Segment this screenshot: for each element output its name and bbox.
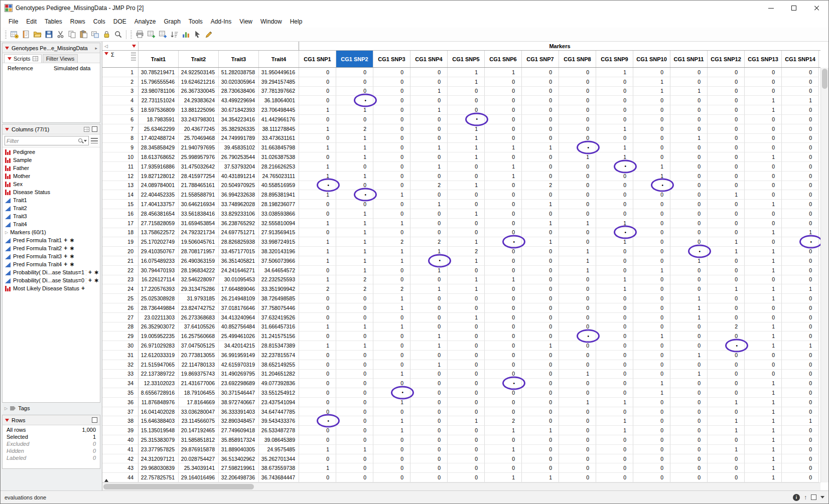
- snp-cell[interactable]: 1: [745, 407, 782, 417]
- trait-cell[interactable]: 35.262701344: [259, 454, 299, 464]
- trait-cell[interactable]: 39.294157485: [259, 77, 299, 87]
- snp-cell[interactable]: 0: [782, 445, 819, 454]
- snp-cell[interactable]: 0: [448, 463, 485, 473]
- trait-cell[interactable]: 37.53793204: [219, 162, 259, 172]
- tags-section[interactable]: ▷ Tags: [1, 403, 102, 414]
- snp-cell[interactable]: 0: [410, 134, 448, 143]
- snp-cell[interactable]: 0: [336, 370, 373, 379]
- trait-cell[interactable]: 39.08645389: [259, 435, 299, 445]
- snp-cell[interactable]: 0: [299, 303, 336, 313]
- snp-cell[interactable]: 0: [410, 275, 448, 285]
- collapse-left-icon[interactable]: ◁: [104, 44, 108, 49]
- snp-cell[interactable]: 0: [670, 181, 708, 191]
- trait-cell[interactable]: 31.241575156: [259, 331, 299, 341]
- snp-cell[interactable]: 0: [708, 124, 745, 134]
- snp-cell[interactable]: 0: [633, 124, 670, 134]
- snp-cell[interactable]: 1: [410, 360, 448, 370]
- snp-cell[interactable]: 0: [633, 143, 670, 152]
- snp-cell[interactable]: 1: [708, 416, 745, 426]
- snp-cell[interactable]: 0: [336, 313, 373, 322]
- column-item-pred-formula-trait3[interactable]: Pred Formula Trait3+∗: [3, 252, 100, 260]
- snp-cell[interactable]: 0: [299, 407, 336, 417]
- trait-cell[interactable]: 30.371546447: [219, 388, 259, 398]
- column-item-sample[interactable]: Sample: [3, 156, 100, 164]
- select-arrow-icon[interactable]: [192, 29, 203, 40]
- trait-cell[interactable]: 33.036280047: [179, 407, 219, 417]
- horizontal-scroll-thumb[interactable]: [103, 484, 254, 489]
- snp-cell[interactable]: 1: [522, 341, 559, 351]
- snp-cell[interactable]: 0: [336, 473, 373, 482]
- snp-cell[interactable]: 0: [559, 77, 596, 87]
- snp-cell[interactable]: 0: [670, 454, 708, 464]
- snp-cell[interactable]: 0: [373, 115, 410, 124]
- snp-cell[interactable]: 1: [373, 426, 410, 435]
- snp-cell[interactable]: 0: [410, 463, 448, 473]
- snp-cell[interactable]: 0: [745, 77, 782, 87]
- snp-cell[interactable]: 0: [485, 331, 522, 341]
- snp-cell[interactable]: 1: [373, 294, 410, 303]
- snp-cell[interactable]: 0: [336, 426, 373, 435]
- formula-pencil-icon[interactable]: [203, 29, 215, 40]
- trait-cell[interactable]: 26.971029283: [139, 341, 179, 351]
- snp-cell[interactable]: 0: [559, 200, 596, 209]
- snp-cell[interactable]: 0: [522, 360, 559, 370]
- sort-icon[interactable]: [169, 29, 180, 40]
- snp-cell[interactable]: 0: [373, 228, 410, 238]
- snp-cell[interactable]: 0: [299, 313, 336, 322]
- snp-cell[interactable]: 0: [485, 209, 522, 219]
- snp-cell[interactable]: 0: [782, 426, 819, 435]
- trait-cell[interactable]: 28.826825938: [219, 237, 259, 247]
- trait-cell[interactable]: 40.431891214: [219, 172, 259, 181]
- snp-cell[interactable]: 0: [708, 407, 745, 417]
- snp-cell[interactable]: 0: [448, 96, 485, 105]
- red-triangle-icon[interactable]: [5, 47, 9, 50]
- trait-cell[interactable]: 18.597536809: [139, 105, 179, 115]
- row-number[interactable]: 39: [102, 426, 139, 435]
- snp-cell[interactable]: •: [596, 162, 633, 172]
- snp-cell[interactable]: 0: [633, 200, 670, 209]
- snp-cell[interactable]: 1: [299, 105, 336, 115]
- snp-cell[interactable]: 0: [596, 435, 633, 445]
- row-number[interactable]: 2: [102, 77, 139, 87]
- snp-cell[interactable]: 0: [485, 398, 522, 407]
- snp-cell[interactable]: 1: [559, 247, 596, 256]
- vertical-scrollbar[interactable]: [820, 68, 828, 482]
- trait-cell[interactable]: 17.8164669: [179, 398, 219, 407]
- trait-cell[interactable]: 32.890348457: [219, 416, 259, 426]
- snp-cell[interactable]: 0: [782, 77, 819, 87]
- snp-cell[interactable]: 0: [745, 313, 782, 322]
- snp-cell[interactable]: 0: [782, 143, 819, 152]
- snp-cell[interactable]: 0: [522, 331, 559, 341]
- snp-cell[interactable]: •: [485, 379, 522, 388]
- snp-cell[interactable]: 0: [670, 445, 708, 454]
- snp-cell[interactable]: 0: [782, 68, 819, 77]
- trait-cell[interactable]: 28.198236077: [259, 200, 299, 209]
- trait-cell[interactable]: 32.206498736: [219, 473, 259, 482]
- snp-cell[interactable]: 0: [782, 473, 819, 482]
- snp-cell[interactable]: 0: [782, 152, 819, 162]
- row-number[interactable]: 29: [102, 331, 139, 341]
- stat-excluded[interactable]: Excluded0: [3, 440, 100, 447]
- trait-cell[interactable]: 30.646216934: [179, 200, 219, 209]
- column-header-cg1-snp8[interactable]: CG1 SNP8: [559, 51, 596, 67]
- snp-cell[interactable]: 0: [559, 416, 596, 426]
- snp-cell[interactable]: 1: [410, 247, 448, 256]
- snp-cell[interactable]: 0: [410, 379, 448, 388]
- rows-selector-icon[interactable]: [131, 57, 136, 61]
- panel-dock-icon[interactable]: [92, 126, 97, 132]
- snp-cell[interactable]: 0: [745, 360, 782, 370]
- snp-cell[interactable]: 0: [522, 407, 559, 417]
- trait-cell[interactable]: 20.028754427: [179, 454, 219, 464]
- row-number[interactable]: 18: [102, 228, 139, 238]
- snp-cell[interactable]: 0: [522, 152, 559, 162]
- snp-cell[interactable]: 1: [745, 473, 782, 482]
- column-item-probability-di-ase-status-1[interactable]: Probability( Di...ase Status=1 )+∗: [3, 268, 100, 276]
- snp-cell[interactable]: 0: [633, 351, 670, 360]
- snp-cell[interactable]: 1: [448, 275, 485, 285]
- snp-cell[interactable]: 0: [299, 454, 336, 464]
- snp-cell[interactable]: 0: [448, 105, 485, 115]
- snp-cell[interactable]: 1: [633, 77, 670, 87]
- row-number[interactable]: 38: [102, 416, 139, 426]
- column-header-cg1-snp7[interactable]: CG1 SNP7: [522, 51, 559, 67]
- snp-cell[interactable]: 0: [485, 266, 522, 275]
